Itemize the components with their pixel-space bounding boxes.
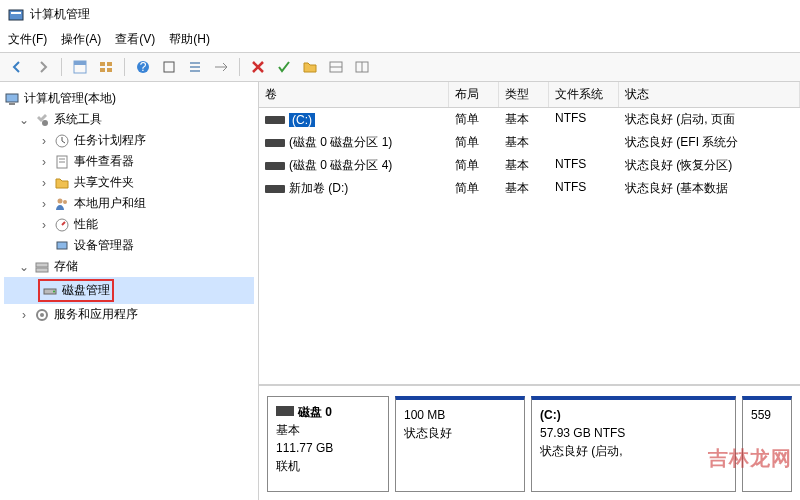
app-icon <box>8 7 24 23</box>
part-line1: 100 MB <box>404 406 516 424</box>
svg-rect-1 <box>11 12 21 14</box>
volume-type: 基本 <box>499 133 549 152</box>
col-filesystem[interactable]: 文件系统 <box>549 82 619 107</box>
tree-label: 性能 <box>74 216 98 233</box>
tree-disk-management[interactable]: 磁盘管理 <box>4 277 254 304</box>
menu-help[interactable]: 帮助(H) <box>169 31 210 48</box>
tree-label: 共享文件夹 <box>74 174 134 191</box>
disk-status: 联机 <box>276 457 380 475</box>
svg-rect-18 <box>6 94 18 102</box>
expand-icon[interactable]: › <box>38 155 50 169</box>
menu-action[interactable]: 操作(A) <box>61 31 101 48</box>
volume-type: 基本 <box>499 156 549 175</box>
disk-type: 基本 <box>276 421 380 439</box>
tree-label: 服务和应用程序 <box>54 306 138 323</box>
expand-icon[interactable]: › <box>38 218 50 232</box>
disk-map: 磁盘 0 基本 111.77 GB 联机 100 MB 状态良好 (C:) 57… <box>259 385 800 500</box>
event-icon <box>54 154 70 170</box>
expand-icon[interactable]: › <box>38 197 50 211</box>
volume-list: 卷 布局 类型 文件系统 状态 (C:)简单基本NTFS状态良好 (启动, 页面… <box>259 82 800 385</box>
forward-button[interactable] <box>32 56 54 78</box>
clock-icon <box>54 133 70 149</box>
menu-file[interactable]: 文件(F) <box>8 31 47 48</box>
partition[interactable]: (C:) 57.93 GB NTFS 状态良好 (启动, <box>531 396 736 492</box>
tree-shared-folders[interactable]: › 共享文件夹 <box>4 172 254 193</box>
volume-layout: 简单 <box>449 179 499 198</box>
right-pane: 卷 布局 类型 文件系统 状态 (C:)简单基本NTFS状态良好 (启动, 页面… <box>259 82 800 500</box>
menu-view[interactable]: 查看(V) <box>115 31 155 48</box>
up-button[interactable] <box>69 56 91 78</box>
collapse-icon[interactable]: ⌄ <box>18 113 30 127</box>
volume-icon <box>265 139 285 147</box>
volume-status: 状态良好 (启动, 页面 <box>619 110 800 129</box>
disk-info[interactable]: 磁盘 0 基本 111.77 GB 联机 <box>267 396 389 492</box>
tree-local-users[interactable]: › 本地用户和组 <box>4 193 254 214</box>
col-layout[interactable]: 布局 <box>449 82 499 107</box>
users-icon <box>54 196 70 212</box>
folder-button[interactable] <box>299 56 321 78</box>
volume-status: 状态良好 (恢复分区) <box>619 156 800 175</box>
tree-event-viewer[interactable]: › 事件查看器 <box>4 151 254 172</box>
tree-system-tools[interactable]: ⌄ 系统工具 <box>4 109 254 130</box>
computer-icon <box>4 91 20 107</box>
check-button[interactable] <box>273 56 295 78</box>
volume-type: 基本 <box>499 110 549 129</box>
tree-device-manager[interactable]: 设备管理器 <box>4 235 254 256</box>
disk-label: 磁盘 0 <box>298 405 332 419</box>
tree-storage[interactable]: ⌄ 存储 <box>4 256 254 277</box>
performance-icon <box>54 217 70 233</box>
expand-icon[interactable]: › <box>38 134 50 148</box>
volume-fs <box>549 133 619 152</box>
disk-glyph-icon <box>276 406 294 416</box>
action-button[interactable] <box>210 56 232 78</box>
tree-label: 存储 <box>54 258 78 275</box>
svg-point-34 <box>40 313 44 317</box>
col-volume[interactable]: 卷 <box>259 82 449 107</box>
volume-row[interactable]: (磁盘 0 磁盘分区 4)简单基本NTFS状态良好 (恢复分区) <box>259 154 800 177</box>
back-button[interactable] <box>6 56 28 78</box>
separator <box>124 58 125 76</box>
main-area: 计算机管理(本地) ⌄ 系统工具 › 任务计划程序 › 事件查看器 › 共享文件… <box>0 82 800 500</box>
part-line2: 状态良好 <box>404 424 516 442</box>
tools-icon <box>34 112 50 128</box>
volume-row[interactable]: 新加卷 (D:)简单基本NTFS状态良好 (基本数据 <box>259 177 800 200</box>
delete-button[interactable] <box>247 56 269 78</box>
help-button[interactable]: ? <box>132 56 154 78</box>
refresh-button[interactable] <box>158 56 180 78</box>
tree-services-apps[interactable]: › 服务和应用程序 <box>4 304 254 325</box>
tree-label: 系统工具 <box>54 111 102 128</box>
disk-size: 111.77 GB <box>276 439 380 457</box>
volume-name: (磁盘 0 磁盘分区 1) <box>289 134 392 151</box>
volume-name: (磁盘 0 磁盘分区 4) <box>289 157 392 174</box>
part-title: (C:) <box>540 408 561 422</box>
pane-button[interactable] <box>325 56 347 78</box>
tree-root[interactable]: 计算机管理(本地) <box>4 88 254 109</box>
svg-rect-7 <box>107 68 112 72</box>
tree-label: 本地用户和组 <box>74 195 146 212</box>
expand-icon[interactable]: › <box>18 308 30 322</box>
view-button[interactable] <box>95 56 117 78</box>
volume-name: 新加卷 (D:) <box>289 180 348 197</box>
expand-icon[interactable]: › <box>38 176 50 190</box>
volume-row[interactable]: (C:)简单基本NTFS状态良好 (启动, 页面 <box>259 108 800 131</box>
volume-icon <box>265 185 285 193</box>
volume-layout: 简单 <box>449 156 499 175</box>
tree-performance[interactable]: › 性能 <box>4 214 254 235</box>
volume-status: 状态良好 (EFI 系统分 <box>619 133 800 152</box>
pane2-button[interactable] <box>351 56 373 78</box>
svg-rect-0 <box>9 10 23 20</box>
col-status[interactable]: 状态 <box>619 82 800 107</box>
volume-row[interactable]: (磁盘 0 磁盘分区 1)简单基本状态良好 (EFI 系统分 <box>259 131 800 154</box>
volume-fs: NTFS <box>549 156 619 175</box>
toolbar: ? <box>0 52 800 82</box>
partition[interactable]: 559 <box>742 396 792 492</box>
tree-task-scheduler[interactable]: › 任务计划程序 <box>4 130 254 151</box>
volume-icon <box>265 162 285 170</box>
svg-rect-29 <box>36 263 48 267</box>
separator <box>61 58 62 76</box>
list-button[interactable] <box>184 56 206 78</box>
partition[interactable]: 100 MB 状态良好 <box>395 396 525 492</box>
collapse-icon[interactable]: ⌄ <box>18 260 30 274</box>
col-type[interactable]: 类型 <box>499 82 549 107</box>
svg-rect-5 <box>107 62 112 66</box>
